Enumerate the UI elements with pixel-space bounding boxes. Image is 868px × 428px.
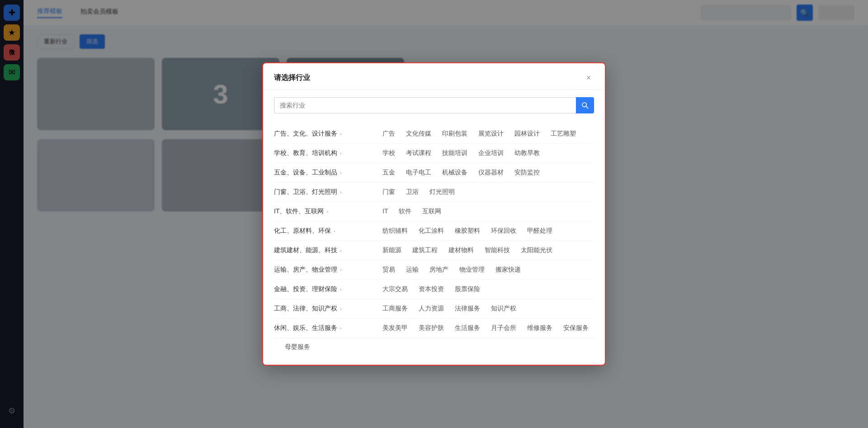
industry-sub-item[interactable]: 安防监控 [510, 168, 544, 178]
industry-main-item[interactable]: 广告、文化、设计服务› [274, 130, 378, 138]
industry-main-item[interactable]: 金融、投资、理财保险› [274, 285, 378, 293]
industry-search-button[interactable] [576, 97, 594, 113]
industry-sub-item[interactable]: 法律服务 [450, 304, 485, 314]
industry-row: 学校、教育、培训机构›学校考试课程技能培训企业培训幼教早教 [274, 144, 594, 163]
industry-main-item[interactable]: 门窗、卫浴、灯光照明› [274, 188, 378, 196]
industry-sub-item[interactable]: 文化传媒 [401, 129, 436, 139]
industry-sub-list: 新能源建筑工程建材物料智能科技太阳能光伏 [378, 245, 594, 255]
chevron-icon: › [340, 306, 342, 311]
industry-sub-item[interactable]: 园林设计 [510, 129, 544, 139]
industry-main-item[interactable]: 工商、法律、知识产权› [274, 305, 378, 313]
industry-sub-item[interactable]: 互联网 [418, 207, 446, 216]
chevron-icon: › [340, 267, 342, 273]
industry-main-item[interactable]: 五金、设备、工业制品› [274, 169, 378, 177]
industry-sub-item[interactable]: 考试课程 [401, 148, 436, 158]
industry-row: 运输、房产、物业管理›贸易运输房地产物业管理搬家快递 [274, 260, 594, 280]
industry-main-item[interactable]: 化工、原材料、环保› [274, 227, 378, 235]
industry-sub-item[interactable]: 智能科技 [480, 245, 514, 255]
industry-row: 工商、法律、知识产权›工商服务人力资源法律服务知识产权 [274, 299, 594, 319]
industry-sub-item[interactable]: 资本投资 [414, 284, 448, 294]
industry-sub-item[interactable]: 维修服务 [523, 323, 557, 333]
industry-sub-item[interactable]: 电子电工 [401, 168, 436, 178]
industry-sub-item[interactable]: 展览设计 [474, 129, 508, 139]
industry-sub-item[interactable]: 卫浴 [401, 187, 423, 197]
industry-sub-item[interactable]: 运输 [401, 265, 423, 275]
industry-sub-item[interactable]: 建筑工程 [408, 245, 442, 255]
modal-title: 请选择行业 [274, 73, 310, 83]
industry-sub-list: 工商服务人力资源法律服务知识产权 [378, 304, 594, 314]
industry-sub-list: 学校考试课程技能培训企业培训幼教早教 [378, 148, 594, 158]
industry-main-item[interactable]: 学校、教育、培训机构› [274, 149, 378, 157]
industry-sub-item[interactable]: 搬家快递 [491, 265, 525, 275]
industry-sub-item[interactable]: 纺织辅料 [378, 226, 412, 236]
industry-main-label: 建筑建材、能源、科技 [274, 246, 337, 254]
chevron-icon: › [340, 151, 342, 156]
industry-sub-item[interactable]: 软件 [394, 207, 416, 216]
industry-sub-list: 五金电子电工机械设备仪器器材安防监控 [378, 168, 594, 178]
industry-sub-item[interactable]: 工艺雕塑 [546, 129, 580, 139]
industry-row: 门窗、卫浴、灯光照明›门窗卫浴灯光照明 [274, 183, 594, 202]
industry-sub-item[interactable]: 幼教早教 [510, 148, 544, 158]
industry-row: 化工、原材料、环保›纺织辅料化工涂料橡胶塑料环保回收甲醛处理 [274, 221, 594, 241]
industry-sub-item[interactable]: 知识产权 [486, 304, 521, 314]
partial-industry-item[interactable]: 母婴服务 [274, 338, 594, 356]
industry-sub-item[interactable]: 太阳能光伏 [516, 245, 557, 255]
industry-main-label: 学校、教育、培训机构 [274, 149, 337, 157]
industry-sub-item[interactable]: 化工涂料 [414, 226, 448, 236]
industry-sub-item[interactable]: 生活服务 [450, 323, 485, 333]
industry-sub-item[interactable]: 大宗交易 [378, 284, 412, 294]
industry-sub-list: 广告文化传媒印刷包装展览设计园林设计工艺雕塑 [378, 129, 594, 139]
industry-main-item[interactable]: IT、软件、互联网› [274, 207, 378, 216]
industry-main-label: 化工、原材料、环保 [274, 227, 331, 235]
industry-sub-item[interactable]: 月子会所 [486, 323, 521, 333]
industry-sub-item[interactable]: 环保回收 [486, 226, 521, 236]
industry-sub-item[interactable]: 灯光照明 [425, 187, 459, 197]
industry-sub-list: 贸易运输房地产物业管理搬家快递 [378, 265, 594, 275]
industry-sub-list: 纺织辅料化工涂料橡胶塑料环保回收甲醛处理 [378, 226, 594, 236]
industry-main-item[interactable]: 休闲、娱乐、生活服务› [274, 324, 378, 332]
industry-row: 金融、投资、理财保险›大宗交易资本投资股票保险 [274, 280, 594, 299]
industry-sub-item[interactable]: 技能培训 [438, 148, 472, 158]
industry-sub-item[interactable]: 广告 [378, 129, 400, 139]
industry-sub-item[interactable]: 股票保险 [450, 284, 485, 294]
industry-sub-item[interactable]: 美发美甲 [378, 323, 412, 333]
modal-overlay[interactable]: 请选择行业 × 广告、文化、设计服务›广告文化传媒印刷包装展览设计园林设计工艺雕… [0, 0, 868, 428]
svg-line-1 [586, 106, 588, 108]
industry-sub-item[interactable]: 物业管理 [455, 265, 489, 275]
industry-sub-item[interactable]: 安保服务 [559, 323, 593, 333]
chevron-icon: › [340, 325, 342, 331]
industry-row: 建筑建材、能源、科技›新能源建筑工程建材物料智能科技太阳能光伏 [274, 241, 594, 260]
industry-main-label: 广告、文化、设计服务 [274, 130, 337, 138]
chevron-icon: › [340, 248, 342, 253]
industry-sub-item[interactable]: 房地产 [425, 265, 453, 275]
industry-sub-item[interactable]: 学校 [378, 148, 400, 158]
industry-main-item[interactable]: 运输、房产、物业管理› [274, 266, 378, 274]
industry-sub-item[interactable]: 贸易 [378, 265, 400, 275]
industry-list: 广告、文化、设计服务›广告文化传媒印刷包装展览设计园林设计工艺雕塑学校、教育、培… [263, 121, 605, 365]
modal-close-button[interactable]: × [583, 72, 594, 83]
industry-sub-item[interactable]: 门窗 [378, 187, 400, 197]
industry-main-label: IT、软件、互联网 [274, 207, 324, 216]
chevron-icon: › [340, 131, 342, 136]
industry-sub-item[interactable]: 机械设备 [438, 168, 472, 178]
industry-sub-list: IT软件互联网 [378, 207, 594, 216]
industry-main-label: 门窗、卫浴、灯光照明 [274, 188, 337, 196]
industry-sub-item[interactable]: 甲醛处理 [523, 226, 557, 236]
chevron-icon: › [340, 287, 342, 292]
industry-sub-item[interactable]: 五金 [378, 168, 400, 178]
industry-sub-item[interactable]: 橡胶塑料 [450, 226, 485, 236]
industry-sub-item[interactable]: 工商服务 [378, 304, 412, 314]
industry-sub-list: 美发美甲美容护肤生活服务月子会所维修服务安保服务 [378, 323, 594, 333]
chevron-icon: › [334, 228, 335, 234]
industry-sub-item[interactable]: 人力资源 [414, 304, 448, 314]
industry-sub-item[interactable]: 建材物料 [444, 245, 478, 255]
industry-sub-item[interactable]: 美容护肤 [414, 323, 448, 333]
industry-sub-item[interactable]: 印刷包装 [438, 129, 472, 139]
industry-sub-item[interactable]: 仪器器材 [474, 168, 508, 178]
industry-main-item[interactable]: 建筑建材、能源、科技› [274, 246, 378, 254]
industry-sub-item[interactable]: 新能源 [378, 245, 406, 255]
industry-search-input[interactable] [274, 97, 576, 113]
industry-sub-item[interactable]: IT [378, 207, 392, 216]
industry-sub-list: 门窗卫浴灯光照明 [378, 187, 594, 197]
industry-sub-item[interactable]: 企业培训 [474, 148, 508, 158]
